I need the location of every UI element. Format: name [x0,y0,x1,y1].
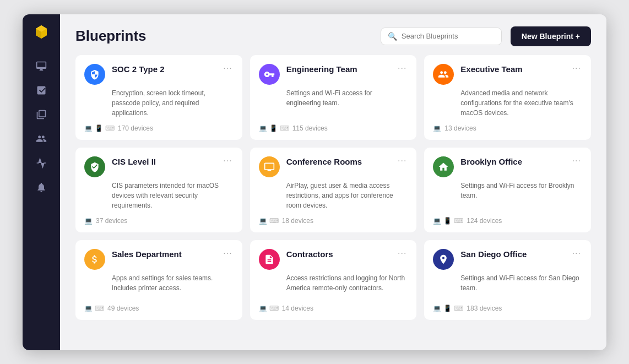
search-input[interactable] [402,32,495,40]
desktop-icon: 💻 [433,305,441,312]
blueprint-icon [84,249,105,270]
card-footer: 💻📱⌨ 183 devices [433,305,582,312]
keyboard-icon: ⌨ [454,217,463,225]
device-count: 14 devices [282,305,313,312]
blueprint-icon [84,64,105,85]
blueprint-description: Settings and Wi-Fi access for San Diego … [460,273,582,298]
desktop-icon: 💻 [259,217,267,225]
blueprint-card-sandiego[interactable]: San Diego Office ··· Settings and Wi-Fi … [424,240,591,320]
blueprint-title: Sales Department [112,249,215,260]
blueprint-title: Brooklyn Office [460,156,564,167]
title-block: Executive Team [460,64,564,75]
device-count: 13 devices [444,124,476,132]
sidebar-item-blueprints[interactable] [31,80,51,100]
desktop-icon: 💻 [433,124,441,132]
device-icons: 💻 [433,124,441,132]
sidebar-item-alerts[interactable] [31,177,51,197]
blueprint-icon [259,156,280,177]
desktop-icon: 💻 [259,124,267,132]
sidebar-item-devices[interactable] [31,56,51,76]
card-header: SOC 2 Type 2 ··· [84,64,234,85]
blueprint-card-soc2[interactable]: SOC 2 Type 2 ··· Encryption, screen lock… [75,55,242,140]
device-count: 18 devices [282,217,313,225]
desktop-icon: 💻 [433,217,441,225]
keyboard-icon: ⌨ [269,217,279,225]
device-count: 37 devices [96,217,127,225]
blueprint-title: CIS Level II [112,156,215,167]
card-menu-button[interactable]: ··· [571,249,582,258]
desktop-icon: 💻 [84,124,93,132]
device-icons: 💻⌨ [259,305,279,312]
card-header: CIS Level II ··· [84,156,234,177]
card-footer: 💻📱⌨ 170 devices [84,124,234,132]
blueprint-title: Contractors [286,249,390,260]
desktop-icon: 💻 [259,305,267,312]
keyboard-icon: ⌨ [95,305,104,312]
search-icon: 🔍 [388,32,397,41]
card-menu-button[interactable]: ··· [571,156,582,165]
mobile-icon: 📱 [443,305,452,312]
card-menu-button[interactable]: ··· [222,249,233,258]
keyboard-icon: ⌨ [280,124,289,132]
blueprint-icon [433,64,454,85]
blueprint-title: Executive Team [460,64,564,75]
blueprint-title: Engineering Team [286,64,390,75]
desktop-icon: 💻 [84,217,93,225]
card-footer: 💻 13 devices [433,124,582,132]
title-block: Brooklyn Office [460,156,564,167]
title-block: Sales Department [112,249,215,260]
card-header: Executive Team ··· [433,64,582,85]
device-icons: 💻📱⌨ [84,124,115,132]
device-icons: 💻📱⌨ [259,124,289,132]
sidebar-item-users[interactable] [31,129,51,149]
keyboard-icon: ⌨ [454,305,463,312]
blueprint-card-conference[interactable]: Conference Rooms ··· AirPlay, guest user… [250,148,417,232]
device-icons: 💻📱⌨ [433,217,463,225]
blueprint-description: Settings and Wi-Fi access for Brooklyn t… [460,181,582,210]
blueprint-card-brooklyn[interactable]: Brooklyn Office ··· Settings and Wi-Fi a… [424,148,591,232]
blueprint-icon [84,156,105,177]
device-count: 115 devices [292,124,328,132]
card-menu-button[interactable]: ··· [222,156,233,165]
card-menu-button[interactable]: ··· [222,64,233,73]
card-header: San Diego Office ··· [433,249,582,270]
blueprint-title: San Diego Office [460,249,564,260]
title-block: SOC 2 Type 2 [112,64,215,75]
card-menu-button[interactable]: ··· [397,64,408,73]
blueprint-grid: SOC 2 Type 2 ··· Encryption, screen lock… [75,55,591,320]
blueprint-card-engineering[interactable]: Engineering Team ··· Settings and Wi-Fi … [250,55,417,140]
blueprint-card-executive[interactable]: Executive Team ··· Advanced media and ne… [424,55,591,140]
keyboard-icon: ⌨ [269,305,279,312]
blueprint-card-sales[interactable]: Sales Department ··· Apps and settings f… [75,240,242,320]
keyboard-icon: ⌨ [105,124,115,132]
card-footer: 💻📱⌨ 115 devices [259,124,408,132]
sidebar-item-library[interactable] [31,105,51,124]
title-block: San Diego Office [460,249,564,260]
blueprint-card-contractors[interactable]: Contractors ··· Access restrictions and … [250,240,417,320]
card-header: Sales Department ··· [84,249,234,270]
blueprint-card-cis[interactable]: CIS Level II ··· CIS parameters intended… [75,148,242,232]
blueprint-icon [433,249,454,270]
card-footer: 💻⌨ 49 devices [84,305,234,312]
blueprint-icon [433,156,454,177]
card-menu-button[interactable]: ··· [397,249,408,258]
card-footer: 💻⌨ 18 devices [259,217,408,225]
blueprint-description: CIS parameters intended for macOS device… [112,181,234,210]
sidebar-item-activity[interactable] [31,153,51,173]
blueprint-description: Apps and settings for sales teams. Inclu… [112,273,234,298]
title-block: Engineering Team [286,64,390,75]
mobile-icon: 📱 [95,124,103,132]
device-icons: 💻⌨ [259,217,279,225]
new-blueprint-button[interactable]: New Blueprint + [511,26,591,46]
card-header: Conference Rooms ··· [259,156,408,177]
card-menu-button[interactable]: ··· [397,156,408,165]
card-menu-button[interactable]: ··· [571,64,582,73]
desktop-icon: 💻 [84,305,93,312]
blueprint-title: Conference Rooms [286,156,390,167]
card-footer: 💻📱⌨ 124 devices [433,217,582,225]
device-icons: 💻📱⌨ [433,305,463,312]
page-title: Blueprints [75,28,372,45]
blueprints-grid-area: SOC 2 Type 2 ··· Encryption, screen lock… [60,55,606,350]
blueprint-description: Settings and Wi-Fi access for engineerin… [286,88,408,118]
blueprint-description: AirPlay, guest user & media access restr… [286,181,408,210]
